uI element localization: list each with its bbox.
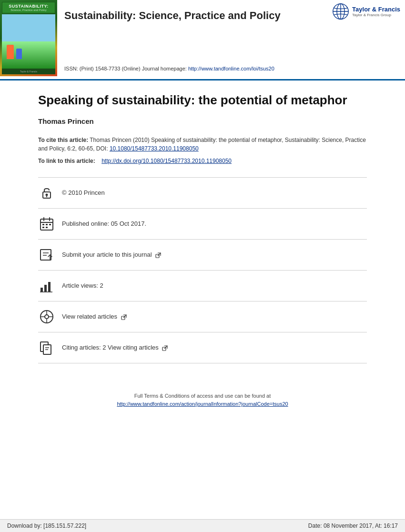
date-label: Date: bbox=[308, 522, 322, 529]
related-item: View related articles bbox=[38, 301, 367, 332]
submit-icon bbox=[38, 246, 55, 263]
tf-subbrand: Taylor & Francis Group bbox=[352, 13, 400, 17]
article-title: Speaking of sustainability: the potentia… bbox=[38, 92, 367, 109]
terms-link[interactable]: http://www.tandfonline.com/action/journa… bbox=[117, 401, 288, 407]
tf-brand-name: Taylor & Francis bbox=[352, 6, 400, 13]
footer-terms: Full Terms & Conditions of access and us… bbox=[38, 392, 367, 428]
citing-icon bbox=[38, 339, 55, 356]
info-items: © 2010 Princen Published online: 05 Oct … bbox=[38, 177, 367, 363]
cite-doi-link[interactable]: 10.1080/15487733.2010.11908050 bbox=[110, 145, 199, 152]
submit-item: Submit your article to this journal bbox=[38, 239, 367, 270]
citing-text[interactable]: Citing articles: 2 View citing articles bbox=[62, 344, 168, 351]
svg-rect-23 bbox=[44, 285, 47, 292]
date-value: 08 November 2017, At: 16:17 bbox=[324, 522, 398, 529]
header-right: Taylor & Francis Taylor & Francis Group … bbox=[57, 0, 405, 76]
article-doi-link[interactable]: http://dx.doi.org/10.1080/15487733.2010.… bbox=[101, 158, 232, 164]
views-item: Article views: 2 bbox=[38, 270, 367, 301]
submit-svg bbox=[39, 247, 54, 262]
cite-section: To cite this article: Thomas Princen (20… bbox=[38, 136, 367, 153]
cite-label: To cite this article: bbox=[38, 137, 88, 143]
journal-cover: SUSTAINABILITY: Science, Practice and Po… bbox=[0, 0, 57, 76]
svg-point-5 bbox=[46, 193, 48, 196]
related-svg bbox=[39, 309, 54, 324]
download-info: Download by: [185.151.57.222] bbox=[7, 522, 86, 529]
published-text: Published online: 05 Oct 2017. bbox=[62, 220, 146, 227]
views-text: Article views: 2 bbox=[62, 282, 103, 289]
link-label: To link to this article: bbox=[38, 158, 95, 164]
calendar-svg bbox=[39, 216, 54, 231]
submit-text[interactable]: Submit your article to this journal bbox=[62, 251, 161, 258]
terms-line1: Full Terms & Conditions of access and us… bbox=[38, 392, 367, 401]
citing-link[interactable]: View citing articles bbox=[108, 344, 159, 351]
svg-rect-11 bbox=[42, 224, 44, 225]
svg-rect-13 bbox=[49, 224, 51, 225]
external-link-icon bbox=[155, 252, 161, 258]
svg-point-27 bbox=[45, 315, 49, 319]
svg-rect-24 bbox=[48, 282, 51, 292]
related-icon bbox=[38, 308, 55, 325]
main-content: Speaking of sustainability: the potentia… bbox=[0, 80, 405, 437]
submit-link[interactable]: Submit your article to this journal bbox=[62, 251, 152, 258]
related-external-icon bbox=[121, 314, 127, 320]
svg-rect-15 bbox=[46, 227, 48, 228]
page-header: SUSTAINABILITY: Science, Practice and Po… bbox=[0, 0, 405, 80]
bottom-bar: Download by: [185.151.57.222] Date: 08 N… bbox=[0, 519, 405, 532]
views-icon bbox=[38, 277, 55, 294]
issn-line: ISSN: (Print) 1548-7733 (Online) Journal… bbox=[64, 62, 398, 71]
svg-rect-16 bbox=[40, 250, 51, 260]
citing-item: Citing articles: 2 View citing articles bbox=[38, 332, 367, 363]
article-author: Thomas Princen bbox=[38, 117, 367, 125]
download-label: Download by: bbox=[7, 522, 42, 529]
calendar-icon bbox=[38, 215, 55, 232]
svg-rect-22 bbox=[40, 288, 43, 292]
open-access-item: © 2010 Princen bbox=[38, 177, 367, 208]
date-info: Date: 08 November 2017, At: 16:17 bbox=[308, 522, 398, 529]
citing-external-icon bbox=[162, 345, 168, 351]
link-section: To link to this article: http://dx.doi.o… bbox=[38, 157, 367, 165]
homepage-link[interactable]: http://www.tandfonline.com/loi/tsus20 bbox=[188, 66, 274, 71]
download-ip: [185.151.57.222] bbox=[43, 522, 86, 529]
citing-prefix: Citing articles: 2 bbox=[62, 344, 108, 351]
citing-svg bbox=[39, 340, 54, 355]
related-link[interactable]: View related articles bbox=[62, 313, 117, 320]
open-access-text: © 2010 Princen bbox=[62, 189, 105, 196]
svg-rect-12 bbox=[46, 224, 48, 225]
open-access-svg bbox=[39, 185, 54, 201]
tf-logo[interactable]: Taylor & Francis Taylor & Francis Group bbox=[332, 3, 400, 20]
related-text[interactable]: View related articles bbox=[62, 313, 127, 320]
svg-rect-14 bbox=[42, 227, 44, 228]
published-item: Published online: 05 Oct 2017. bbox=[38, 208, 367, 239]
open-access-icon bbox=[38, 184, 55, 201]
tf-globe-icon bbox=[332, 3, 349, 20]
views-svg bbox=[39, 278, 54, 293]
